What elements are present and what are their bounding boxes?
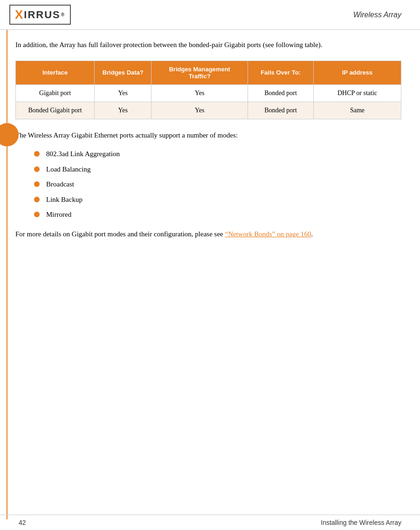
bullet-dot-icon [34,212,40,217]
col-header-bridges-data: Bridges Data? [95,61,151,84]
list-item: Mirrored [34,209,401,220]
logo-registered: ® [61,12,65,17]
xirrus-logo: XIRRUS® [9,5,71,25]
gigabit-ports-table: Interface Bridges Data? Bridges Manageme… [15,61,401,119]
left-accent-bar [0,30,8,519]
footer-right-text: Installing the Wireless Array [321,519,401,526]
logo-irrus-text: IRRUS [24,9,60,21]
bullet-dot-icon [34,166,40,172]
page-footer: 42 Installing the Wireless Array [0,515,420,530]
page-header-title: Wireless Array [353,11,401,19]
bullet-dot-icon [34,197,40,202]
table-row: Bonded Gigabit port Yes Yes Bonded port … [16,102,401,119]
intro-paragraph: In addition, the Array has full failover… [15,39,401,51]
list-item-label: Broadcast [46,179,74,190]
col-header-ip: IP address [314,61,401,84]
list-item-label: Load Balancing [46,164,90,175]
row2-ip: Same [314,102,401,119]
more-details-paragraph: For more details on Gigabit port modes a… [15,228,401,241]
row1-bridges-data: Yes [95,84,151,102]
logo-x-letter: X [15,7,24,22]
row2-bridges-mgmt: Yes [151,102,248,119]
page-number: 42 [19,519,26,526]
more-details-suffix: . [311,230,313,238]
main-content: In addition, the Array has full failover… [0,30,420,519]
col-header-bridges-mgmt: Bridges Management Traffic? [151,61,248,84]
support-paragraph: The Wireless Array Gigabit Ethernet port… [15,130,401,142]
list-item-label: Link Backup [46,194,83,205]
more-details-prefix: For more details on Gigabit port modes a… [15,230,223,238]
row2-failover: Bonded port [248,102,314,119]
modes-list: 802.3ad Link Aggregation Load Balancing … [34,149,401,220]
list-item-label: 802.3ad Link Aggregation [46,149,120,159]
list-item: Link Backup [34,194,401,205]
logo-area: XIRRUS® [9,5,71,25]
list-item: 802.3ad Link Aggregation [34,149,401,159]
col-header-failover: Fails Over To: [248,61,314,84]
bullet-dot-icon [34,181,40,187]
row2-bridges-data: Yes [95,102,151,119]
list-item: Broadcast [34,179,401,190]
table-row: Gigabit port Yes Yes Bonded port DHCP or… [16,84,401,102]
page-header: XIRRUS® Wireless Array [0,0,420,30]
row1-failover: Bonded port [248,84,314,102]
bullet-dot-icon [34,151,40,157]
list-item: Load Balancing [34,164,401,175]
network-bonds-link[interactable]: “Network Bonds” on page 160 [225,230,311,238]
content-area: In addition, the Array has full failover… [8,30,420,519]
list-item-label: Mirrored [46,209,71,220]
left-line [7,30,7,519]
row2-interface: Bonded Gigabit port [16,102,95,119]
row1-bridges-mgmt: Yes [151,84,248,102]
col-header-interface: Interface [16,61,95,84]
row1-ip: DHCP or static [314,84,401,102]
row1-interface: Gigabit port [16,84,95,102]
